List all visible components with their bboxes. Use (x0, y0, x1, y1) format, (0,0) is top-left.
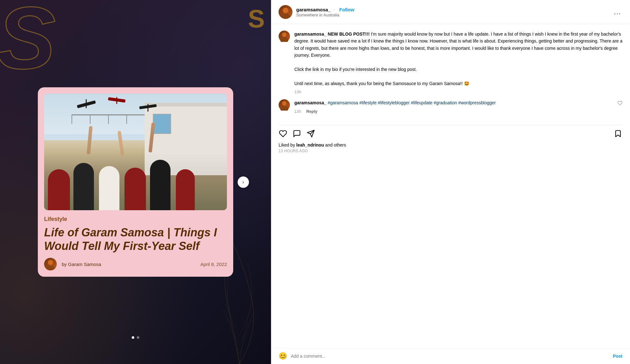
post-meta: by Garam Samosa April 8, 2022 (44, 258, 227, 270)
author-avatar (44, 258, 57, 270)
svg-point-2 (283, 8, 288, 13)
decorative-gold-text: S (248, 6, 265, 32)
hashtag-footer: 13h Reply (294, 109, 608, 114)
post-comment-button[interactable]: Post (613, 354, 622, 359)
svg-point-7 (280, 106, 288, 111)
caption-username[interactable]: garamsamosa_ (294, 32, 327, 37)
decorative-s: S (0, 0, 56, 82)
hashtag-text: garamsamosa_ #garamsamosa #lifestyle #li… (294, 100, 496, 105)
post-header: garamsamosa_ · Follow Somewhere in Austr… (271, 0, 630, 24)
liked-by-user[interactable]: leah_ndrinou (296, 142, 324, 147)
left-panel: S S (0, 0, 271, 364)
action-bar (271, 125, 630, 142)
save-button[interactable] (614, 129, 622, 138)
hashtag-body: garamsamosa_ #garamsamosa #lifestyle #li… (294, 99, 608, 113)
avatar-image (279, 5, 292, 19)
svg-point-1 (46, 266, 55, 270)
profile-avatar[interactable] (279, 5, 292, 19)
svg-point-6 (282, 101, 286, 106)
more-options-button[interactable]: ... (613, 7, 622, 17)
post-title: Life of Garam Samosa | Things I Would Te… (44, 226, 227, 253)
caption-para3: Until next time, as always, thank you fo… (294, 81, 469, 86)
post-date: April 8, 2022 (200, 262, 227, 267)
follow-button[interactable]: Follow (339, 7, 355, 12)
svg-point-4 (282, 32, 286, 37)
caption-row: garamsamosa_ NEW BLOG POST!!! I'm sure m… (279, 31, 622, 94)
comment-input-row: 😊 Post (271, 348, 630, 364)
liked-by-label: Liked by (279, 142, 295, 147)
header-separator: · (333, 7, 335, 12)
hashtag-comment-row: garamsamosa_ #garamsamosa #lifestyle #li… (279, 99, 622, 113)
author-name: by Garam Samosa (62, 262, 101, 267)
caption-text: garamsamosa_ NEW BLOG POST!!! I'm sure m… (294, 32, 622, 86)
arrow-label: › (242, 179, 244, 185)
likes-text: Liked by leah_ndrinou and others (279, 142, 622, 147)
caption-section: garamsamosa_ NEW BLOG POST!!! I'm sure m… (271, 24, 630, 125)
header-username-row: garamsamosa_ · Follow (296, 7, 613, 13)
post-card-image (44, 94, 227, 210)
reply-button[interactable]: Reply (306, 109, 317, 114)
comment-input[interactable] (291, 354, 613, 359)
comment-button[interactable] (292, 129, 301, 138)
header-username[interactable]: garamsamosa_ (296, 7, 331, 12)
svg-point-0 (48, 260, 53, 265)
right-panel: garamsamosa_ · Follow Somewhere in Austr… (271, 0, 630, 364)
post-category: Lifestyle (44, 216, 227, 222)
like-button[interactable] (279, 129, 287, 138)
carousel-dots (132, 336, 139, 339)
hashtag-username[interactable]: garamsamosa_ (294, 100, 327, 105)
hashtag-tags: #garamsamosa #lifestyle #lifestyleblogge… (328, 100, 496, 105)
blog-post-card: Lifestyle Life of Garam Samosa | Things … (38, 87, 233, 277)
caption-para2: Click the link in my bio if you're inter… (294, 67, 417, 72)
carousel-dot-2[interactable] (137, 336, 139, 339)
svg-point-5 (280, 37, 288, 42)
carousel-next-button[interactable]: › (238, 176, 249, 188)
share-button[interactable] (306, 129, 315, 138)
likes-section: Liked by leah_ndrinou and others 13 HOUR… (271, 142, 630, 156)
caption-avatar[interactable] (279, 31, 290, 42)
caption-body: garamsamosa_ NEW BLOG POST!!! I'm sure m… (294, 31, 622, 94)
and-others-label: and others (325, 142, 346, 147)
header-user-info: garamsamosa_ · Follow Somewhere in Austr… (296, 7, 613, 17)
header-location: Somewhere in Australia (296, 13, 613, 17)
hashtag-avatar[interactable] (279, 99, 290, 111)
emoji-button[interactable]: 😊 (279, 352, 287, 360)
caption-time: 13h (294, 90, 622, 94)
hashtag-time: 13h (294, 109, 301, 114)
post-time-ago: 13 HOURS AGO (279, 149, 622, 153)
hashtag-like-button[interactable] (617, 101, 622, 113)
svg-point-3 (280, 14, 291, 19)
carousel-dot-1[interactable] (132, 336, 134, 339)
caption-bold: NEW BLOG POST!!! (328, 32, 370, 37)
